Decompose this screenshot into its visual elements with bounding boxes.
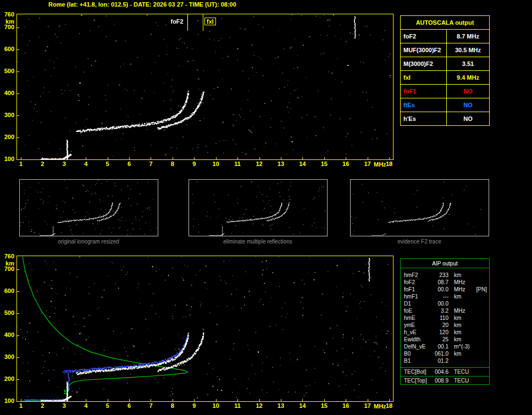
aip-param-unit: km (448, 272, 461, 279)
autoscala-param-value: 3.51 (447, 57, 490, 71)
aip-param-unit: km (448, 293, 461, 300)
main-x-tick-label: 17 (364, 161, 370, 167)
profile-x-tick-label: 10 (213, 403, 219, 409)
aip-param-label: foF1 (401, 286, 431, 293)
profile-x-tick-label: 17 (364, 403, 370, 409)
aip-param-label: D1 (401, 300, 431, 307)
aip-row-tec-1: TEC[Top]008.9TECU (401, 377, 489, 384)
main-x-tick-label: 12 (256, 161, 262, 167)
profile-x-unit-label: MHz (374, 403, 386, 410)
aip-param-value: 01.2 (431, 357, 448, 364)
aip-row-6: hmE110km (401, 314, 489, 322)
aip-param-unit (448, 300, 454, 307)
aip-param-value: 08.7 (431, 279, 448, 286)
profile-x-tick-label: 11 (234, 403, 241, 409)
aip-param-unit: km (448, 336, 461, 343)
main-x-tick-label: 15 (321, 161, 328, 167)
autoscala-param-label: fxI (401, 71, 447, 85)
aip-param-unit: MHz (448, 279, 465, 286)
aip-parameter-list: hmF2233kmfoF208.7MHzfoF100.0MHz[PN]hmF1-… (401, 268, 489, 367)
autoscala-row-2: M(3000)F23.51 (401, 57, 490, 71)
main-x-tick-label: 4 (84, 161, 87, 167)
aip-param-unit: km (448, 314, 461, 322)
aip-param-value: 110 (431, 314, 448, 322)
main-x-tick-label: 2 (41, 161, 44, 167)
aip-param-label: hmE (401, 314, 431, 322)
aip-param-unit: km (448, 322, 461, 329)
autoscala-param-label: MUF(3000)F2 (401, 43, 447, 57)
profile-y-tick-label: 600 (1, 288, 14, 294)
profile-x-tick-label: 12 (256, 403, 262, 409)
profile-x-tick-label: 6 (128, 403, 131, 409)
aip-separator (401, 367, 489, 368)
autoscala-param-label: foF2 (401, 30, 447, 43)
main-x-tick-label: 10 (213, 161, 219, 167)
aip-row-0: hmF2233km (401, 272, 489, 279)
aip-param-value: 20 (431, 322, 448, 329)
thumbnail-evidence-f2 (350, 179, 489, 236)
aip-row-8: h_vE120km (401, 329, 489, 336)
aip-param-value: --- (431, 293, 448, 300)
aip-param-label: TEC[Bot] (401, 368, 431, 375)
profile-y-max-label: 760 (1, 253, 14, 259)
autoscala-param-value: NO (447, 85, 490, 98)
ionogram-canvas-main (17, 14, 393, 159)
main-x-unit-label: MHz (374, 162, 386, 168)
main-x-tick-label: 6 (128, 161, 131, 167)
profile-y-tick-label: 100 (1, 398, 14, 404)
aip-row-3: hmF1---km (401, 293, 489, 300)
main-y-tick-label: 500 (1, 68, 14, 74)
profile-y-tick-label: 200 (1, 376, 14, 382)
ionogram-canvas-profile (17, 256, 393, 401)
main-x-tick-label: 8 (171, 161, 174, 167)
aip-row-1: foF208.7MHz (401, 279, 489, 286)
aip-row-5: foE3.2MHz (401, 307, 489, 314)
profile-x-tick-label: 1 (19, 403, 23, 409)
profile-x-tick-label: 4 (84, 403, 87, 409)
profile-y-tick-label: 400 (1, 332, 14, 338)
aip-param-label: DelN_vE (401, 343, 431, 350)
aip-param-value: 00.0 (431, 300, 448, 307)
main-x-tick-label: 16 (342, 161, 349, 167)
main-y-tick-label: 300 (1, 112, 14, 118)
main-y-tick-label: 700 (1, 24, 14, 30)
autoscala-app-window: Rome (lat: +41.8, lon: 012.5) - DATE: 20… (0, 0, 532, 415)
ionogram-plot-main (16, 14, 394, 160)
aip-row-2: foF100.0MHz[PN] (401, 286, 489, 293)
profile-x-tick-label: 18 (386, 403, 392, 409)
main-y-tick-label: 100 (1, 156, 14, 162)
aip-param-label: foF2 (401, 279, 431, 286)
autoscala-param-value: 8.7 MHz (447, 30, 490, 43)
thumbnail-caption-f2: evidence F2 trace (397, 239, 441, 245)
aip-param-label: Ewidth (401, 336, 431, 343)
thumbnail-original-ionogram (19, 179, 158, 236)
aip-param-value: 233 (431, 272, 448, 279)
autoscala-row-5: ftEsNO (401, 98, 490, 112)
autoscala-table-body: foF28.7 MHzMUF(3000)F230.5 MHzM(3000)F23… (401, 30, 490, 126)
thumbnail-caption-reflections: eliminate multiple reflections (223, 239, 292, 245)
main-x-tick-label: 13 (278, 161, 284, 167)
aip-output-panel: AIP output hmF2233kmfoF208.7MHzfoF100.0M… (400, 258, 490, 385)
aip-row-11: B0061.0km (401, 350, 489, 357)
main-x-tick-label: 5 (106, 161, 109, 167)
autoscala-row-0: foF28.7 MHz (401, 30, 490, 43)
main-y-tick-label: 600 (1, 46, 14, 52)
profile-x-tick-label: 14 (299, 403, 306, 409)
aip-param-label: B0 (401, 350, 431, 357)
main-x-tick-label: 3 (63, 161, 66, 167)
profile-x-tick-label: 7 (149, 403, 152, 409)
aip-param-unit: TECU (448, 377, 469, 384)
autoscala-param-value: NO (447, 112, 490, 126)
aip-param-value: 00.1 (431, 343, 448, 350)
aip-param-value: 00.0 (431, 286, 448, 293)
thumbnail-eliminate-reflections (189, 179, 328, 236)
station-date-title: Rome (lat: +41.8, lon: 012.5) - DATE: 20… (48, 1, 236, 8)
aip-param-label: h_vE (401, 329, 431, 336)
aip-param-label: hmF1 (401, 293, 431, 300)
aip-row-tec-0: TEC[Bot]004.6TECU (401, 368, 489, 375)
main-x-tick-label: 14 (299, 161, 306, 167)
main-y-max-label: 760 (1, 12, 14, 18)
aip-param-label: foE (401, 307, 431, 314)
profile-y-tick-label: 700 (1, 266, 14, 272)
main-x-tick-label: 18 (386, 161, 392, 167)
